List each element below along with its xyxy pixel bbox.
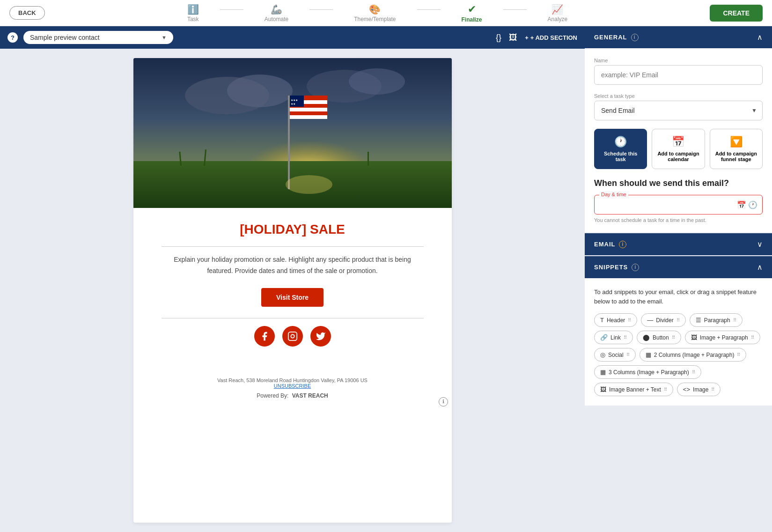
- automate-icon: 🦾: [271, 4, 282, 15]
- instagram-icon[interactable]: [282, 326, 303, 347]
- drag-handle-icon: ⠿: [751, 335, 754, 340]
- automate-label: Automate: [265, 16, 288, 22]
- snippets-section-content: To add snippets to your email, click or …: [585, 278, 772, 406]
- svg-rect-9: [368, 152, 369, 166]
- toolbar-right: {} 🖼 + + ADD SECTION: [496, 33, 577, 43]
- social-icons: [162, 326, 424, 347]
- image-banner-icon: 🖼: [600, 386, 606, 393]
- snippets-chevron-icon: ∧: [757, 263, 763, 272]
- snippets-title: SNIPPETS i: [594, 264, 639, 271]
- snippet-header[interactable]: T Header ⠿: [594, 313, 637, 327]
- analyze-label: Analyze: [548, 16, 568, 22]
- add-section-button[interactable]: + + ADD SECTION: [525, 34, 577, 41]
- snippet-link[interactable]: 🔗 Link ⠿: [594, 331, 633, 344]
- task-type-wrapper: Send Email Send SMS Send Push Notificati…: [594, 101, 763, 120]
- nav-step-analyze[interactable]: 📈 Analyze: [548, 4, 568, 22]
- nav-step-finalize[interactable]: ✔ Finalize: [462, 3, 482, 23]
- svg-point-5: [349, 68, 405, 95]
- snippet-button[interactable]: ⬤ Button ⠿: [637, 331, 681, 344]
- theme-label: Theme/Template: [354, 16, 396, 22]
- svg-rect-10: [288, 96, 290, 189]
- theme-icon: 🎨: [369, 4, 381, 15]
- top-nav: BACK ℹ️ Task 🦾 Automate 🎨 Theme/Template…: [0, 0, 772, 26]
- visit-store-button[interactable]: Visit Store: [261, 288, 324, 307]
- email-info-icon: i: [619, 241, 626, 248]
- code-icon: {}: [496, 33, 501, 43]
- task-type-buttons: 🕐 Schedule this task 📅 Add to campaign c…: [594, 129, 763, 169]
- create-button[interactable]: CREATE: [710, 5, 763, 22]
- help-icon[interactable]: ?: [7, 32, 18, 43]
- snippet-image[interactable]: <> Image ⠿: [677, 383, 721, 396]
- image-icon: 🖼: [509, 33, 517, 43]
- calendar-picker-icon[interactable]: 📅: [737, 200, 746, 209]
- snippets-section: SNIPPETS i ∧ To add snippets to your ema…: [585, 256, 772, 406]
- funnel-stage-button[interactable]: 🔽 Add to campaign funnel stage: [710, 129, 763, 169]
- snippet-divider[interactable]: — Divider ⠿: [641, 313, 685, 327]
- funnel-icon: 🔽: [730, 136, 743, 148]
- email-section-header[interactable]: EMAIL i ∨: [585, 233, 772, 255]
- finalize-label: Finalize: [462, 16, 482, 23]
- footer-info-icon[interactable]: ℹ: [439, 397, 448, 406]
- social-icon-chip: ◎: [600, 351, 605, 358]
- back-button[interactable]: BACK: [9, 6, 45, 20]
- add-section-label: + ADD SECTION: [530, 34, 577, 41]
- email-title: [HOLIDAY] SALE: [162, 222, 424, 237]
- task-type-form-group: Select a task type Send Email Send SMS S…: [594, 93, 763, 120]
- drag-handle-icon: ⠿: [624, 335, 627, 340]
- snippet-social[interactable]: ◎ Social ⠿: [594, 348, 636, 362]
- when-title: When should we send this email?: [594, 178, 763, 188]
- datetime-input[interactable]: [595, 195, 737, 214]
- campaign-calendar-button[interactable]: 📅 Add to campaign calendar: [652, 129, 705, 169]
- nav-step-theme[interactable]: 🎨 Theme/Template: [354, 4, 396, 22]
- general-section-header[interactable]: GENERAL i ∧: [585, 26, 772, 48]
- snippet-3col[interactable]: ▦ 3 Columns (Image + Paragraph) ⠿: [594, 365, 701, 379]
- email-title: EMAIL i: [594, 241, 626, 248]
- email-description: Explain your holiday promotion or sale. …: [162, 254, 424, 277]
- contact-name: Sample preview contact: [30, 34, 100, 41]
- general-chevron-icon: ∧: [757, 33, 763, 42]
- svg-text:★★★: ★★★: [291, 99, 298, 102]
- unsubscribe-link[interactable]: UNSUBSCRIBE: [274, 383, 311, 389]
- snippet-image-paragraph[interactable]: 🖼 Image + Paragraph ⠿: [685, 331, 760, 344]
- link-icon: 🔗: [600, 334, 608, 341]
- snippet-image-banner[interactable]: 🖼 Image Banner + Text ⠿: [594, 383, 673, 396]
- facebook-icon[interactable]: [254, 326, 275, 347]
- email-divider-bottom: [162, 318, 424, 318]
- task-type-select[interactable]: Send Email Send SMS Send Push Notificati…: [594, 101, 763, 120]
- add-section-icon: +: [525, 34, 529, 41]
- drag-handle-icon: ⠿: [672, 335, 675, 340]
- task-label: Task: [187, 16, 199, 22]
- time-picker-icon[interactable]: 🕐: [748, 200, 757, 209]
- snippet-2col[interactable]: ▦ 2 Columns (Image + Paragraph) ⠿: [640, 348, 747, 362]
- drag-handle-icon: ⠿: [676, 318, 680, 323]
- finalize-icon: ✔: [468, 3, 476, 15]
- nav-step-automate[interactable]: 🦾 Automate: [265, 4, 288, 22]
- schedule-error-message: You cannot schedule a task for a time in…: [594, 217, 763, 223]
- datetime-icons: 📅 🕐: [737, 200, 762, 209]
- drag-handle-icon: ⠿: [711, 387, 714, 392]
- right-panel: GENERAL i ∧ Name Select a task type Send…: [585, 26, 772, 532]
- name-input[interactable]: [594, 65, 763, 85]
- divider-icon: —: [647, 317, 653, 324]
- name-label: Name: [594, 58, 763, 63]
- snippets-section-header[interactable]: SNIPPETS i ∧: [585, 256, 772, 278]
- contact-selector[interactable]: Sample preview contact ▼: [23, 31, 173, 44]
- svg-rect-19: [288, 332, 296, 340]
- schedule-task-button[interactable]: 🕐 Schedule this task: [594, 129, 647, 169]
- image-icon-button[interactable]: 🖼: [509, 33, 517, 43]
- svg-point-3: [227, 74, 293, 107]
- powered-by: Powered By: VAST REACH: [162, 392, 424, 399]
- email-hero-image: ★★★ ★★: [133, 58, 452, 208]
- general-section: GENERAL i ∧ Name Select a task type Send…: [585, 26, 772, 232]
- svg-rect-13: [290, 108, 327, 111]
- nav-step-task[interactable]: ℹ️ Task: [187, 4, 199, 22]
- code-icon-button[interactable]: {}: [496, 33, 501, 43]
- header-icon: T: [600, 317, 604, 324]
- footer-address: Vast Reach, 538 Moreland Road Huntingdon…: [162, 377, 424, 383]
- drag-handle-icon: ⠿: [664, 387, 667, 392]
- snippets-info-icon: i: [632, 264, 639, 271]
- twitter-icon[interactable]: [310, 326, 331, 347]
- name-form-group: Name: [594, 58, 763, 85]
- drag-handle-icon: ⠿: [628, 318, 631, 323]
- snippet-paragraph[interactable]: ☰ Paragraph ⠿: [690, 313, 743, 327]
